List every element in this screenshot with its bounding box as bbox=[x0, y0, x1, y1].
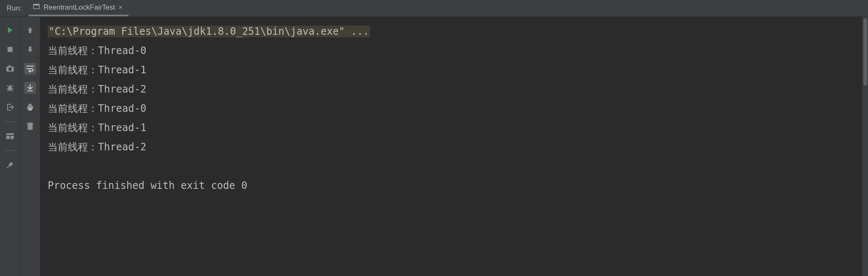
thread-name: Thread-0 bbox=[98, 45, 146, 57]
thread-name: Thread-0 bbox=[98, 103, 146, 114]
run-toolbar-primary bbox=[0, 17, 20, 276]
close-icon[interactable]: × bbox=[118, 4, 123, 11]
line-prefix: 当前线程： bbox=[48, 103, 98, 114]
run-tool-window: Run: ReentrantLockFairTest × bbox=[0, 0, 868, 276]
svg-rect-2 bbox=[8, 47, 13, 52]
scroll-end-icon[interactable] bbox=[24, 82, 36, 94]
svg-rect-5 bbox=[8, 65, 11, 67]
svg-rect-10 bbox=[6, 133, 14, 135]
wrap-icon[interactable] bbox=[24, 63, 36, 75]
line-prefix: 当前线程： bbox=[48, 64, 98, 76]
thread-name: Thread-2 bbox=[98, 83, 146, 95]
print-icon[interactable] bbox=[24, 101, 36, 113]
line-prefix: 当前线程： bbox=[48, 141, 98, 153]
thread-name: Thread-1 bbox=[98, 64, 146, 76]
svg-rect-17 bbox=[29, 122, 31, 124]
svg-point-4 bbox=[8, 67, 12, 71]
svg-rect-1 bbox=[33, 4, 39, 5]
svg-point-7 bbox=[9, 85, 10, 87]
line-prefix: 当前线程： bbox=[48, 45, 98, 57]
console-output[interactable]: "C:\Program Files\Java\jdk1.8.0_251\bin\… bbox=[40, 17, 862, 276]
svg-rect-15 bbox=[28, 124, 33, 130]
line-prefix: 当前线程： bbox=[48, 83, 98, 95]
thread-name: Thread-2 bbox=[98, 141, 146, 153]
bug-icon[interactable] bbox=[4, 82, 16, 94]
svg-rect-11 bbox=[28, 90, 33, 91]
run-body: "C:\Program Files\Java\jdk1.8.0_251\bin\… bbox=[0, 17, 868, 276]
exit-icon[interactable] bbox=[4, 101, 16, 113]
svg-rect-14 bbox=[28, 108, 32, 111]
svg-rect-9 bbox=[10, 136, 14, 139]
run-header-bar: Run: ReentrantLockFairTest × bbox=[0, 0, 868, 17]
thread-name: Thread-1 bbox=[98, 122, 146, 134]
line-prefix: 当前线程： bbox=[48, 122, 98, 134]
application-icon bbox=[33, 3, 40, 12]
vertical-scrollbar[interactable] bbox=[862, 17, 868, 276]
svg-rect-8 bbox=[6, 136, 10, 139]
scrollbar-thumb[interactable] bbox=[863, 18, 867, 85]
down-icon[interactable] bbox=[24, 44, 36, 55]
trash-icon[interactable] bbox=[24, 121, 36, 132]
toolbar-separator bbox=[4, 121, 16, 122]
stop-icon[interactable] bbox=[4, 44, 16, 55]
run-tab[interactable]: ReentrantLockFairTest × bbox=[28, 0, 128, 16]
command-line: "C:\Program Files\Java\jdk1.8.0_251\bin\… bbox=[48, 26, 370, 37]
exit-message: Process finished with exit code 0 bbox=[48, 180, 247, 191]
layout-icon[interactable] bbox=[4, 130, 16, 142]
run-tab-title: ReentrantLockFairTest bbox=[44, 3, 115, 12]
camera-icon[interactable] bbox=[4, 63, 16, 75]
up-icon[interactable] bbox=[24, 24, 36, 36]
pin-icon[interactable] bbox=[4, 159, 16, 171]
svg-rect-13 bbox=[28, 104, 32, 106]
run-toolbar-secondary bbox=[20, 17, 40, 276]
toolbar-separator bbox=[4, 150, 16, 151]
run-label: Run: bbox=[0, 0, 28, 16]
rerun-icon[interactable] bbox=[4, 24, 16, 36]
